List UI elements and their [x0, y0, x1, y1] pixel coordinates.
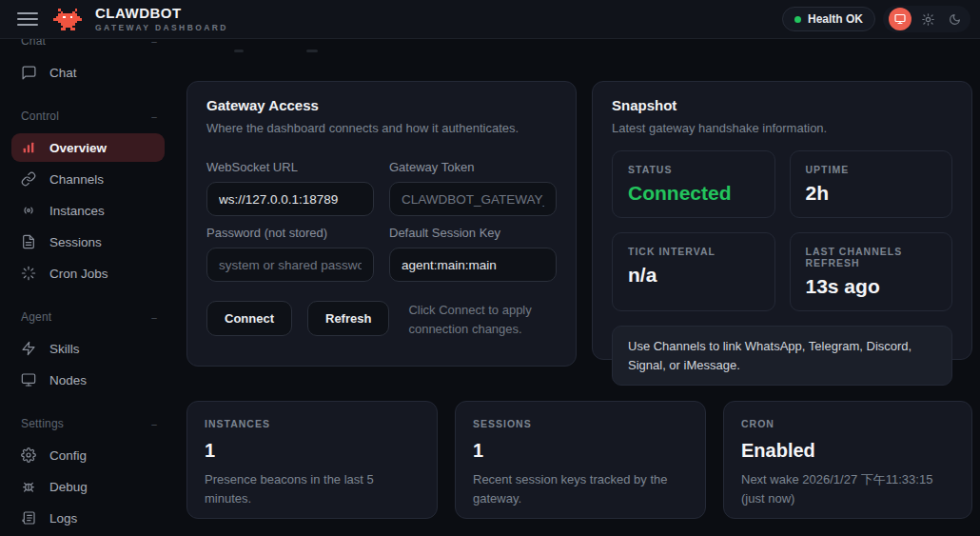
scroll-icon — [21, 510, 37, 526]
status-label: STATUS — [628, 164, 759, 175]
chat-icon — [21, 65, 37, 81]
gateway-token-label: Gateway Token — [389, 160, 557, 174]
sidebar-section-control[interactable]: Control– — [21, 109, 157, 124]
zap-icon — [21, 341, 37, 357]
app-subtitle: GATEWAY DASHBOARD — [95, 24, 228, 32]
sidebar-item-skills[interactable]: Skills — [11, 334, 165, 363]
sidebar-item-nodes[interactable]: Nodes — [11, 366, 165, 394]
tick-interval-label: TICK INTERVAL — [628, 246, 759, 257]
password-input[interactable] — [206, 248, 374, 282]
cron-card: CRON Enabled Next wake 2026/1/27 下午11:33… — [723, 401, 972, 519]
sessions-card: SESSIONS 1 Recent session keys tracked b… — [455, 401, 706, 519]
sessions-label: SESSIONS — [473, 418, 688, 429]
session-key-label: Default Session Key — [389, 226, 557, 240]
menu-icon[interactable] — [17, 9, 38, 30]
uptime-label: UPTIME — [806, 164, 937, 175]
collapse-caret-icon: – — [151, 39, 157, 47]
link-icon — [21, 171, 37, 188]
collapse-caret-icon: – — [151, 419, 157, 429]
theme-dark-button[interactable] — [944, 9, 965, 30]
monitor-icon — [894, 13, 906, 25]
health-label: Health OK — [808, 12, 863, 26]
app-title: CLAWDBOT — [95, 6, 228, 22]
loader-icon — [21, 266, 37, 282]
broadcast-icon — [21, 203, 37, 219]
last-refresh-value: 13s ago — [806, 275, 937, 298]
sidebar-item-sessions[interactable]: Sessions — [11, 228, 165, 256]
sidebar-item-chat[interactable]: Chat — [11, 58, 165, 87]
health-dot-icon — [794, 16, 801, 23]
snapshot-card: Snapshot Latest gateway handshake inform… — [592, 81, 972, 360]
last-refresh-label: LAST CHANNELS REFRESH — [806, 246, 937, 268]
connect-button[interactable]: Connect — [206, 301, 292, 336]
sidebar-section-agent[interactable]: Agent– — [21, 309, 157, 325]
sidebar-item-debug[interactable]: Debug — [11, 472, 165, 501]
collapse-caret-icon: – — [151, 312, 157, 323]
websocket-url-label: WebSocket URL — [206, 160, 374, 174]
collapse-caret-icon: – — [151, 111, 157, 122]
instances-value: 1 — [205, 440, 420, 462]
sun-icon — [922, 13, 934, 26]
moon-icon — [949, 13, 961, 26]
sessions-value: 1 — [473, 440, 688, 462]
file-text-icon — [21, 234, 37, 250]
stat-tile-status: STATUS Connected — [612, 150, 775, 218]
status-value: Connected — [628, 182, 759, 205]
gateway-access-title: Gateway Access — [206, 97, 557, 113]
gateway-access-subtitle: Where the dashboard connects and how it … — [206, 121, 557, 135]
clipped-scroll-text — [234, 50, 244, 52]
gear-icon — [21, 447, 37, 464]
snapshot-title: Snapshot — [612, 97, 952, 113]
sidebar-section-settings[interactable]: Settings– — [21, 416, 157, 431]
sidebar-item-cron-jobs[interactable]: Cron Jobs — [11, 259, 165, 288]
channels-note: Use Channels to link WhatsApp, Telegram,… — [612, 326, 952, 386]
websocket-url-input[interactable] — [206, 182, 374, 216]
stat-tile-tick-interval: TICK INTERVAL n/a — [612, 232, 775, 311]
stat-tile-last-refresh: LAST CHANNELS REFRESH 13s ago — [790, 232, 953, 311]
instances-card: INSTANCES 1 Presence beacons in the last… — [186, 401, 438, 519]
sidebar-item-config[interactable]: Config — [11, 441, 165, 469]
stat-tile-uptime: UPTIME 2h — [790, 150, 953, 218]
cron-description: Next wake 2026/1/27 下午11:33:15 (just now… — [741, 470, 954, 507]
bar-chart-icon — [21, 140, 37, 156]
sidebar-item-instances[interactable]: Instances — [11, 196, 165, 225]
refresh-button[interactable]: Refresh — [307, 301, 389, 336]
connect-hint-text: Click Connect to apply connection change… — [408, 301, 557, 338]
health-status-badge: Health OK — [782, 7, 875, 31]
top-header: CLAWDBOT GATEWAY DASHBOARD Health OK — [0, 0, 980, 39]
sidebar-item-logs[interactable]: Logs — [11, 504, 165, 532]
sidebar-item-overview[interactable]: Overview — [11, 133, 165, 162]
instances-label: INSTANCES — [205, 418, 420, 429]
tick-interval-value: n/a — [628, 264, 759, 287]
sidebar-item-channels[interactable]: Channels — [11, 165, 165, 193]
clipped-scroll-text — [306, 50, 318, 52]
instances-description: Presence beacons in the last 5 minutes. — [205, 470, 420, 507]
session-key-input[interactable] — [389, 248, 557, 282]
gateway-access-card: Gateway Access Where the dashboard conne… — [186, 81, 577, 367]
uptime-value: 2h — [806, 182, 937, 205]
password-label: Password (not stored) — [206, 226, 374, 240]
cron-label: CRON — [741, 418, 954, 429]
bug-icon — [21, 479, 37, 495]
lobster-logo-icon — [53, 7, 82, 32]
theme-system-button[interactable] — [889, 8, 911, 30]
snapshot-subtitle: Latest gateway handshake information. — [612, 121, 952, 135]
sessions-description: Recent session keys tracked by the gatew… — [473, 470, 688, 507]
monitor-icon — [21, 372, 37, 388]
sidebar-section-chat[interactable]: Chat– — [21, 39, 157, 49]
theme-switcher — [883, 6, 970, 32]
sidebar-nav: Chat– Chat Control– Overview Channels In… — [0, 39, 176, 536]
theme-light-button[interactable] — [917, 9, 938, 30]
gateway-token-input[interactable] — [389, 182, 557, 216]
cron-value: Enabled — [741, 440, 954, 462]
